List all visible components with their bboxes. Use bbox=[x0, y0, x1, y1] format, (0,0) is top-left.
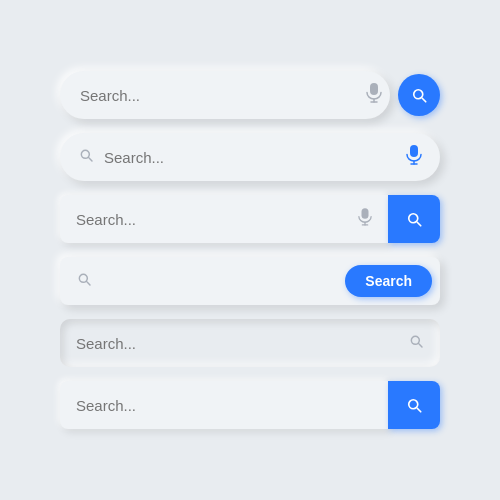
search-button-1[interactable] bbox=[398, 74, 440, 116]
search-input-5[interactable] bbox=[76, 335, 400, 352]
search-bar-1 bbox=[60, 71, 440, 119]
search-input-2[interactable] bbox=[104, 149, 396, 166]
search-input-4[interactable] bbox=[100, 273, 337, 290]
svg-rect-0 bbox=[370, 83, 378, 95]
search-bar-1-input-area bbox=[60, 71, 390, 119]
search-bar-4: Search bbox=[60, 257, 440, 305]
search-bars-container: Search bbox=[60, 71, 440, 429]
search-input-1[interactable] bbox=[80, 87, 340, 104]
search-bar-6-input-area bbox=[60, 381, 388, 429]
mic-icon-1 bbox=[366, 83, 382, 107]
search-icon-4 bbox=[76, 271, 92, 291]
search-icon-5 bbox=[408, 333, 424, 353]
search-input-3[interactable] bbox=[76, 211, 350, 228]
svg-rect-6 bbox=[362, 208, 369, 219]
search-button-3[interactable] bbox=[388, 195, 440, 243]
svg-rect-3 bbox=[410, 145, 418, 157]
search-icon-2 bbox=[78, 147, 94, 167]
search-bar-5 bbox=[60, 319, 440, 367]
search-button-6[interactable] bbox=[388, 381, 440, 429]
mic-icon-2 bbox=[406, 145, 422, 170]
search-bar-3-input-area bbox=[60, 195, 388, 243]
mic-icon-3 bbox=[358, 208, 372, 230]
search-button-4[interactable]: Search bbox=[345, 265, 432, 297]
search-bar-6 bbox=[60, 381, 440, 429]
search-input-6[interactable] bbox=[76, 397, 372, 414]
search-bar-2 bbox=[60, 133, 440, 181]
search-bar-3 bbox=[60, 195, 440, 243]
